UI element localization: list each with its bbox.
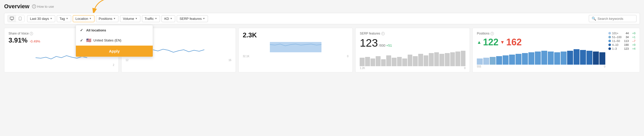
legend-label-4-10: 4–10 (612, 43, 622, 46)
positions-y-max: 555 (477, 65, 481, 68)
serp-features-card: SERP features i 123 /930 +51 (355, 28, 470, 72)
legend-1-3: 1–3 123 +4 (608, 47, 635, 50)
volume-filter-btn[interactable]: Volume ▼ (120, 15, 140, 22)
united-states-option[interactable]: ✓ 🇺🇸 United States (EN) (76, 35, 153, 46)
serp-features-filter-arrow: ▼ (203, 17, 205, 20)
mobile-device-btn[interactable] (16, 15, 24, 22)
date-filter-label: Last 30 days (30, 17, 49, 21)
volume-filter-label: Volume (123, 17, 134, 21)
legend-label-101plus: 101+ (612, 32, 622, 35)
traffic-y-max: 32.1K (243, 55, 249, 58)
tag-filter-label: Tag (60, 17, 65, 21)
avg-pos-y-min: 16 (229, 59, 231, 62)
positions-axis: 555 0 (477, 65, 605, 68)
desktop-icon (10, 16, 14, 21)
legend-dot-1-3 (608, 47, 611, 50)
how-to-use-label: How to use (37, 5, 54, 8)
legend-4-10: 4–10 190 +9 (608, 43, 635, 46)
positions-down-value: 162 (506, 37, 522, 48)
traffic-card: 2.3K 32.1K 0 (238, 28, 353, 72)
traffic-value: 2.3K (243, 32, 349, 38)
how-to-use-link[interactable]: ? How to use (32, 4, 54, 8)
average-position-axis: 12 16 (126, 59, 231, 62)
serp-features-info-icon[interactable]: i (381, 32, 385, 35)
traffic-filter-btn[interactable]: Traffic ▼ (142, 15, 160, 22)
svg-rect-6 (270, 42, 321, 52)
legend-11-50: 11–50 113 –7 (608, 39, 635, 42)
positions-filter-btn[interactable]: Positions ▼ (96, 15, 119, 22)
page-title: Overview (4, 3, 29, 10)
legend-delta-101plus: +9 (630, 32, 635, 35)
legend-count-1-3: 123 (623, 47, 629, 50)
traffic-filter-arrow: ▼ (155, 17, 157, 20)
legend-count-51-100: 34 (623, 36, 629, 39)
location-filter-label: Location (76, 17, 88, 21)
legend-label-1-3: 1–3 (612, 47, 622, 50)
share-of-voice-info-icon[interactable]: i (30, 32, 33, 35)
share-of-voice-delta: -0.49% (30, 39, 40, 43)
sparkline-y-min: 2 (113, 64, 114, 66)
location-dropdown: ✓ All locations ✓ 🇺🇸 United States (EN) … (76, 25, 153, 57)
tag-filter-btn[interactable]: Tag ▼ (57, 15, 71, 22)
positions-y-min: 0 (604, 65, 606, 68)
legend-101plus: 101+ 44 +9 (608, 32, 635, 35)
share-of-voice-value: 3.91% (9, 37, 28, 44)
positions-card: Positions i ▲ 122 ▼ 162 (472, 28, 640, 72)
legend-dot-51-100 (608, 36, 611, 38)
apply-button[interactable]: Apply (76, 46, 153, 57)
legend-dot-11-50 (608, 40, 611, 42)
legend-label-11-50: 11–50 (612, 39, 622, 42)
header: Overview ? How to use (4, 3, 640, 10)
search-icon: 🔍 (592, 16, 596, 21)
legend-delta-4-10: +9 (630, 43, 635, 46)
help-icon: ? (32, 4, 36, 8)
traffic-axis: 32.1K 0 (243, 55, 349, 58)
toolbar: Last 30 days ▼ Tag ▼ Location ▼ Position… (4, 13, 640, 24)
positions-title: Positions i (477, 32, 605, 35)
legend-count-11-50: 113 (623, 39, 629, 42)
legend-dot-4-10 (608, 44, 611, 46)
date-filter-btn[interactable]: Last 30 days ▼ (27, 15, 55, 22)
serp-features-chart (360, 51, 465, 66)
positions-card-row: Positions i ▲ 122 ▼ 162 (477, 32, 635, 68)
kd-filter-arrow: ▼ (170, 17, 172, 20)
serp-features-value: 123 (360, 37, 378, 49)
positions-down-arrow: ▼ (500, 40, 505, 45)
positions-up-arrow: ▲ (477, 40, 481, 45)
desktop-device-btn[interactable] (8, 15, 16, 22)
positions-bar-chart (477, 49, 605, 65)
positions-legend: 101+ 44 +9 51–100 34 +1 11–50 113 (608, 32, 635, 50)
positions-filter-arrow: ▼ (113, 17, 116, 20)
all-locations-check: ✓ (80, 28, 84, 32)
location-filter-btn[interactable]: Location ▼ (73, 15, 94, 22)
device-toggle-group (7, 15, 25, 22)
us-flag-icon: 🇺🇸 (86, 38, 91, 43)
legend-delta-1-3: +4 (630, 47, 635, 50)
serp-features-total: /930 +51 (379, 44, 392, 47)
serp-features-filter-btn[interactable]: SERP features ▼ (177, 15, 208, 22)
positions-values: ▲ 122 ▼ 162 (477, 37, 605, 48)
legend-count-101plus: 44 (623, 32, 629, 35)
legend-delta-51-100: +1 (630, 36, 635, 39)
kd-filter-btn[interactable]: KD ▼ (162, 15, 175, 22)
positions-info-icon[interactable]: i (490, 32, 494, 35)
legend-51-100: 51–100 34 +1 (608, 36, 635, 39)
serp-features-delta: +51 (386, 44, 392, 47)
mobile-icon (18, 16, 22, 21)
page-wrapper: Overview ? How to use Last 30 (0, 0, 644, 76)
legend-count-4-10: 190 (623, 43, 629, 46)
all-locations-label: All locations (86, 28, 106, 32)
avg-pos-y-max: 12 (126, 59, 128, 62)
search-input[interactable] (598, 17, 634, 21)
traffic-y-min: 0 (347, 55, 349, 58)
svg-rect-1 (10, 17, 13, 19)
serp-features-filter-label: SERP features (180, 17, 202, 21)
traffic-filter-label: Traffic (145, 17, 154, 21)
legend-label-51-100: 51–100 (612, 36, 622, 39)
legend-dot-101plus (608, 32, 611, 35)
legend-delta-11-50: –7 (630, 39, 635, 42)
kd-filter-label: KD (164, 17, 169, 21)
positions-up-value: 122 (483, 37, 498, 48)
date-filter-arrow: ▼ (50, 17, 52, 20)
all-locations-option[interactable]: ✓ All locations (76, 25, 153, 35)
